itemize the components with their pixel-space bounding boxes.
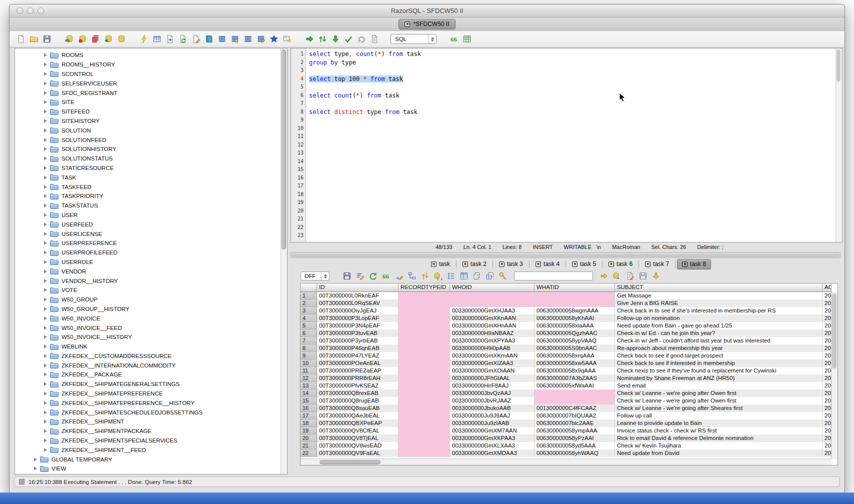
- table-cell[interactable]: 200: [822, 292, 832, 300]
- open-file-icon[interactable]: [29, 34, 39, 44]
- table-cell[interactable]: Re-approach about membership this year: [615, 344, 822, 352]
- disclosure-triangle-icon[interactable]: [44, 410, 47, 414]
- row-number-cell[interactable]: 12: [300, 374, 317, 382]
- tree-item[interactable]: ZKFEDEX__SHIPMATEPREFERENCE__HISTORY: [15, 398, 280, 408]
- select-hand-icon[interactable]: [230, 34, 240, 44]
- sql-editor[interactable]: 1234567891011121314151617181920212223 se…: [290, 48, 842, 242]
- tree-item[interactable]: ZKFEDEX__SHIPMENTPACKAGE: [15, 426, 280, 436]
- disclosure-triangle-icon[interactable]: [44, 392, 47, 396]
- results-search-input[interactable]: [514, 272, 593, 280]
- results-vscroll-thumb[interactable]: [832, 294, 836, 368]
- table-cell[interactable]: Follow up call: [615, 412, 822, 420]
- table-favorite-icon[interactable]: [282, 34, 292, 44]
- table-cell[interactable]: 006300000058yd5AAA: [534, 442, 615, 450]
- table-cell[interactable]: 200: [822, 337, 832, 344]
- fetch-icon[interactable]: [330, 34, 340, 44]
- tree-item[interactable]: ZKFEDEX__SHIPMENT: [15, 417, 280, 426]
- sidebar-scrollbar-thumb[interactable]: [282, 50, 286, 250]
- table-cell[interactable]: 00T3000000QBXPeEAP: [317, 420, 398, 427]
- table-cell[interactable]: Check w/ Leanne - we're going after Owen…: [615, 390, 822, 397]
- table-cell[interactable]: 00T3000000P3N4pEAF: [317, 322, 398, 330]
- disclosure-triangle-icon[interactable]: [44, 326, 47, 330]
- table-cell[interactable]: Check w/ Leanne - we're going after Owen…: [615, 397, 822, 404]
- tree-item[interactable]: TASKPRIORITY: [15, 192, 280, 201]
- save-icon[interactable]: [42, 34, 52, 44]
- table-cell[interactable]: [534, 390, 615, 397]
- table-cell[interactable]: 200: [822, 374, 832, 382]
- table-cell[interactable]: 00T3000000PRR8rEAH: [317, 374, 398, 382]
- table-cell[interactable]: 00T3000000P46qnEAB: [317, 344, 398, 352]
- table-cell[interactable]: 200: [822, 412, 832, 420]
- mode-select-stepper-icon[interactable]: [428, 34, 436, 44]
- table-cell[interactable]: 0033000000GmXKPAA3: [450, 434, 534, 442]
- row-number-cell[interactable]: 13: [300, 382, 317, 390]
- tree-item[interactable]: SITE: [15, 98, 280, 107]
- results-tab[interactable]: ×task: [426, 260, 454, 269]
- format-sql-icon[interactable]: [243, 34, 253, 44]
- table-cell[interactable]: [398, 450, 450, 457]
- table-cell[interactable]: 0033000000GmXKmAAN: [450, 352, 534, 360]
- tree-item[interactable]: SOLUTIONSTATUS: [15, 154, 280, 164]
- rollback-icon[interactable]: [356, 34, 366, 44]
- table-cell[interactable]: 200: [822, 420, 832, 427]
- disclosure-triangle-icon[interactable]: [44, 307, 47, 311]
- table-cell[interactable]: 0033000000H9i0pAAB: [450, 344, 534, 352]
- table-cell[interactable]: [398, 434, 450, 442]
- table-cell[interactable]: 0033000000JFhGlAAL: [450, 374, 534, 382]
- editor-hscroll-thumb[interactable]: [292, 253, 840, 257]
- disclosure-triangle-icon[interactable]: [44, 185, 47, 189]
- row-number-cell[interactable]: 14: [300, 390, 317, 397]
- table-cell[interactable]: Check back to see if interested in membe…: [615, 360, 822, 367]
- copy-results-icon[interactable]: [472, 271, 482, 281]
- view-list-icon[interactable]: [446, 271, 456, 281]
- tree-item[interactable]: STATICRESOURCE: [15, 164, 280, 173]
- row-number-cell[interactable]: 20: [300, 434, 317, 442]
- row-number-cell[interactable]: 16: [300, 404, 317, 412]
- table-cell[interactable]: 00T3000000QV8wsEAD: [317, 442, 398, 450]
- tree-item[interactable]: W50_INVOICE: [15, 314, 280, 323]
- copy-table-icon[interactable]: [485, 271, 495, 281]
- row-number-cell[interactable]: 2: [300, 300, 317, 307]
- table-cell[interactable]: [398, 397, 450, 404]
- disclosure-triangle-icon[interactable]: [44, 176, 47, 180]
- export-db-icon[interactable]: [612, 271, 622, 281]
- row-number-cell[interactable]: 5: [300, 322, 317, 330]
- table-cell[interactable]: 200: [822, 314, 832, 322]
- table-cell[interactable]: 00T3000000P3yrbEAB: [317, 337, 398, 344]
- tree-item[interactable]: ZKFEDEX__CUSTOMADDRESSSOURCE: [15, 352, 280, 361]
- table-cell[interactable]: 006300000058xrqAAA: [534, 352, 615, 360]
- tree-item[interactable]: GLOBAL TEMPORARY: [15, 454, 280, 464]
- table-cell[interactable]: 0033000000GmXMDAA3: [450, 450, 534, 457]
- table-cell[interactable]: 0033000000GmXPYAA3: [450, 337, 534, 344]
- table-cell[interactable]: 006300000058wgmAAA: [534, 307, 615, 314]
- primary-key-icon[interactable]: [498, 271, 508, 281]
- table-cell[interactable]: Check w/ Kevin Tsujihara: [615, 442, 822, 450]
- export-page-icon[interactable]: [165, 34, 175, 44]
- mode-select[interactable]: SQL: [390, 34, 436, 44]
- table-cell[interactable]: [398, 314, 450, 322]
- table-cell[interactable]: [534, 300, 615, 307]
- execute-icon[interactable]: [304, 34, 314, 44]
- disconnect-icon[interactable]: [78, 34, 88, 44]
- disclosure-triangle-icon[interactable]: [44, 110, 47, 114]
- tree-item[interactable]: SFDC_REGISTRANT: [15, 88, 280, 98]
- table-cell[interactable]: [398, 420, 450, 427]
- row-number-cell[interactable]: 3: [300, 307, 317, 314]
- results-tab[interactable]: ×task 2: [458, 260, 491, 269]
- disclosure-triangle-icon[interactable]: [44, 316, 47, 320]
- zoom-window-button[interactable]: [38, 8, 44, 14]
- disclosure-triangle-icon[interactable]: [34, 458, 37, 462]
- quotes-results-icon[interactable]: 66: [381, 271, 391, 281]
- disclosure-triangle-icon[interactable]: [44, 298, 47, 302]
- script-edit-icon[interactable]: [625, 271, 635, 281]
- table-cell[interactable]: 00T3000000QAeJbEAL: [317, 412, 398, 420]
- reference-book-icon[interactable]: [204, 34, 214, 44]
- tree-item[interactable]: W50_INVOICE__HISTORY: [15, 332, 280, 342]
- table-cell[interactable]: 006300000058x9qAAA: [534, 367, 615, 374]
- go-arrow-icon[interactable]: [599, 271, 609, 281]
- table-cell[interactable]: 006300000058xw5AAA: [534, 360, 615, 367]
- tree-item[interactable]: SELFSERVICEUSER: [15, 78, 280, 88]
- disclosure-triangle-icon[interactable]: [34, 466, 37, 470]
- table-cell[interactable]: 200: [822, 360, 832, 367]
- row-number-cell[interactable]: 18: [300, 420, 317, 427]
